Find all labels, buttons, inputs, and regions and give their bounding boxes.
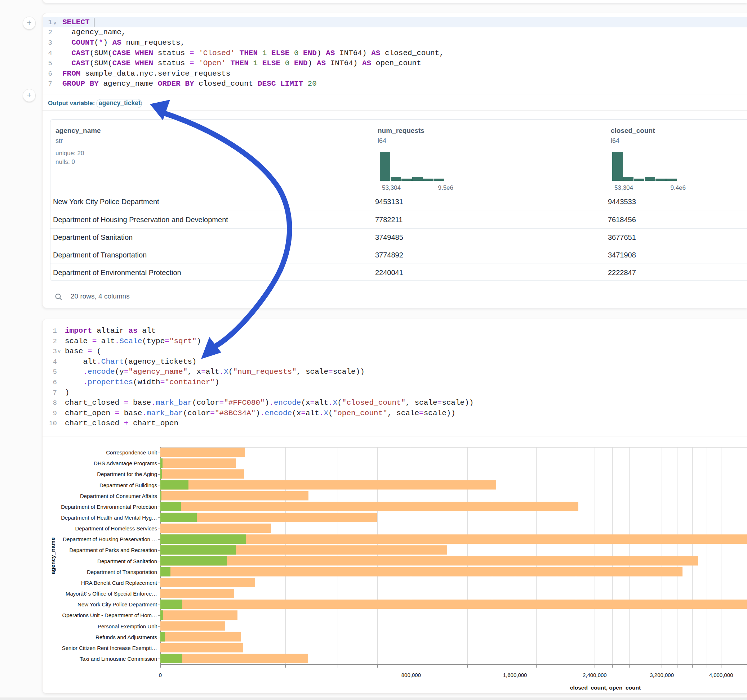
- svg-text:2,400,000: 2,400,000: [583, 672, 607, 678]
- svg-text:Department of Health and Menta: Department of Health and Mental Hyg…: [61, 514, 157, 520]
- svg-text:Taxi and Limousine Commission: Taxi and Limousine Commission: [80, 656, 157, 662]
- svg-text:Department of Environmental Pr: Department of Environmental Protection: [61, 504, 157, 510]
- svg-text:Department of Buildings: Department of Buildings: [100, 482, 157, 488]
- svg-text:Correspondence Unit: Correspondence Unit: [106, 450, 157, 456]
- svg-text:Department of Sanitation: Department of Sanitation: [97, 558, 157, 564]
- svg-text:New York City Police Departmen: New York City Police Department: [77, 601, 157, 608]
- svg-text:HRA Benefit Card Replacement: HRA Benefit Card Replacement: [81, 580, 157, 586]
- svg-text:Department for the Aging: Department for the Aging: [97, 471, 157, 477]
- svg-text:Refunds and Adjustments: Refunds and Adjustments: [95, 634, 157, 640]
- svg-text:Senior Citizen Rent Increase E: Senior Citizen Rent Increase Exempti…: [62, 645, 157, 651]
- svg-text:4,000,000: 4,000,000: [709, 672, 733, 678]
- svg-text:Mayorâ€ s Office of Special En: Mayorâ€ s Office of Special Enforce…: [66, 591, 157, 597]
- svg-text:Personal Exemption Unit: Personal Exemption Unit: [98, 623, 157, 629]
- svg-text:Operations Unit - Department o: Operations Unit - Department of Hom…: [62, 612, 157, 618]
- svg-text:Department of Transportation: Department of Transportation: [87, 569, 157, 575]
- svg-text:Department of Parks and Recrea: Department of Parks and Recreation: [70, 547, 157, 553]
- svg-text:0: 0: [159, 672, 162, 678]
- svg-text:3,200,000: 3,200,000: [650, 672, 674, 678]
- svg-text:Department of Homeless Service: Department of Homeless Services: [75, 525, 157, 531]
- svg-text:Department of Housing Preserva: Department of Housing Preservation …: [63, 536, 157, 542]
- svg-text:DHS Advantage Programs: DHS Advantage Programs: [94, 460, 157, 466]
- svg-text:Department of Consumer Affairs: Department of Consumer Affairs: [80, 493, 157, 499]
- svg-text:agency_name: agency_name: [50, 537, 56, 574]
- svg-text:1,600,000: 1,600,000: [503, 672, 527, 678]
- svg-text:800,000: 800,000: [401, 672, 421, 678]
- svg-text:closed_count, open_count: closed_count, open_count: [570, 685, 641, 691]
